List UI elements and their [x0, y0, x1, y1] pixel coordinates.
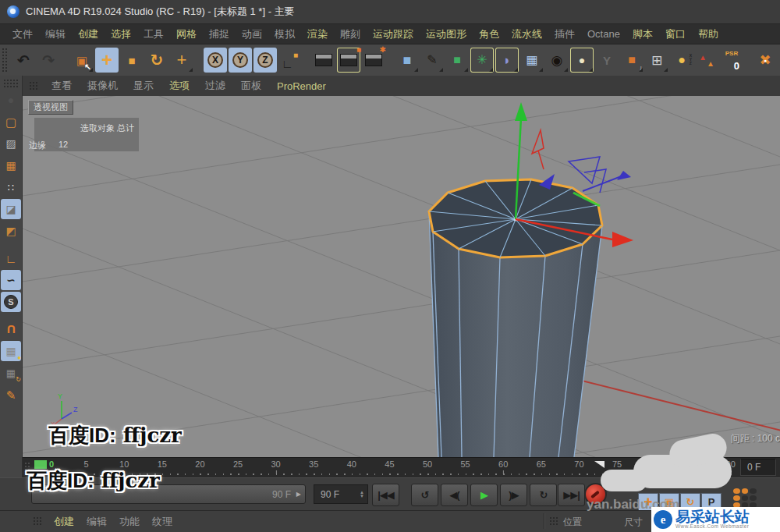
- mograph-cloner[interactable]: ✳: [470, 48, 494, 73]
- enable-axis[interactable]: ∟: [1, 248, 21, 268]
- workplane-mode[interactable]: ▦: [1, 155, 21, 176]
- edges-mode[interactable]: ◪: [1, 199, 21, 219]
- spinner-arrows-icon[interactable]: ▲▼: [360, 491, 364, 498]
- menu-help[interactable]: 帮助: [692, 27, 725, 41]
- coordinate-grip[interactable]: [549, 516, 559, 527]
- material-bar-grip[interactable]: [33, 516, 43, 527]
- menu-tools[interactable]: 工具: [137, 27, 170, 41]
- menu-animate[interactable]: 动画: [236, 27, 268, 41]
- rotate-workplane-sub-icon: ↻: [16, 377, 21, 383]
- points-mode[interactable]: ∷: [1, 177, 21, 197]
- previous-key-button[interactable]: ◀(: [441, 484, 468, 506]
- menu-create[interactable]: 创建: [48, 515, 80, 529]
- menu-character[interactable]: 角色: [473, 27, 505, 41]
- coordinate-system-icon: ∟: [282, 58, 293, 69]
- render-picture-viewer[interactable]: ■: [337, 48, 360, 73]
- goto-end-button[interactable]: ▶▶|: [558, 484, 585, 506]
- menu-pipeline[interactable]: 流水线: [505, 27, 548, 41]
- workplane-notch: [664, 68, 668, 72]
- sculpt-mode[interactable]: ●: [1, 90, 21, 110]
- render-view[interactable]: [312, 48, 335, 73]
- menu-edit[interactable]: 编辑: [80, 515, 113, 529]
- current-frame-field[interactable]: 0 F: [740, 459, 776, 476]
- undo[interactable]: ↶: [12, 48, 35, 73]
- menu-panel[interactable]: 面板: [233, 79, 269, 93]
- menu-mograph[interactable]: 运动图形: [420, 27, 473, 41]
- menu-options[interactable]: 选项: [161, 79, 197, 93]
- coordinate-system[interactable]: ∟■: [278, 48, 302, 73]
- polygons-mode[interactable]: ◩: [1, 221, 21, 241]
- pen-tool[interactable]: ✎: [1, 385, 21, 405]
- next-key-button[interactable]: )▶: [500, 484, 527, 506]
- camera-icon: ◉: [551, 54, 563, 67]
- lock-x-axis[interactable]: X: [204, 48, 227, 73]
- render-settings[interactable]: ✱: [362, 48, 385, 73]
- goto-start-button[interactable]: |◀◀: [372, 484, 399, 506]
- camera-notch: [564, 68, 568, 72]
- add-cube-object[interactable]: ■: [395, 48, 419, 73]
- move-tool[interactable]: +: [95, 48, 119, 73]
- play-backwards-button[interactable]: ↺: [411, 484, 438, 506]
- play-forwards-button[interactable]: ▶: [470, 484, 498, 506]
- lock-workplane[interactable]: ▦●: [1, 341, 21, 361]
- auto-key-triangles[interactable]: ▲▲: [695, 48, 718, 73]
- loop-button[interactable]: ↻: [530, 484, 557, 506]
- model-mode[interactable]: ▢: [1, 112, 21, 132]
- coordinate-system-sub-icon: ■: [293, 51, 298, 59]
- viewport-menu-grip[interactable]: [29, 81, 39, 91]
- menu-filter[interactable]: 过滤: [197, 79, 233, 93]
- menu-octane[interactable]: Octane: [581, 28, 626, 40]
- end-frame-spinner[interactable]: 90 F ▲▼: [314, 484, 368, 504]
- menu-prorender[interactable]: ProRender: [269, 80, 334, 92]
- menu-display[interactable]: 显示: [126, 79, 161, 93]
- menu-mesh[interactable]: 网格: [170, 27, 203, 41]
- layout-switch[interactable]: ✖●: [753, 48, 777, 73]
- menu-create[interactable]: 创建: [72, 27, 105, 41]
- workplane[interactable]: ⊞: [645, 48, 668, 73]
- last-used-tool[interactable]: +: [170, 48, 193, 73]
- menu-motion-tracker[interactable]: 运动跟踪: [367, 27, 420, 41]
- menu-texture[interactable]: 纹理: [146, 515, 179, 529]
- menu-select[interactable]: 选择: [105, 27, 137, 41]
- menu-sculpt[interactable]: 雕刻: [334, 27, 367, 41]
- magnet-tool[interactable]: U: [1, 319, 21, 339]
- menu-edit[interactable]: 编辑: [39, 27, 72, 41]
- redo[interactable]: ↷: [37, 48, 60, 73]
- menu-window[interactable]: 窗口: [659, 27, 692, 41]
- xyz-ball[interactable]: ●X Y Z: [670, 48, 693, 73]
- menu-view[interactable]: 查看: [44, 79, 80, 93]
- menu-function[interactable]: 功能: [113, 515, 146, 529]
- light[interactable]: ●: [570, 48, 594, 73]
- toolbar-group: ■✎■✳◗▦◉●Y■↓⊞●X Y Z▲▲0PSR: [395, 48, 744, 73]
- menu-snap[interactable]: 捕捉: [203, 27, 236, 41]
- menu-cameras[interactable]: 摄像机: [80, 79, 126, 93]
- toolbar-grip[interactable]: [2, 48, 7, 73]
- tweak-mode[interactable]: ∽: [1, 270, 21, 290]
- scale-tool[interactable]: ■: [120, 48, 144, 73]
- camera[interactable]: ◉: [545, 48, 569, 73]
- deformer[interactable]: ◗: [495, 48, 519, 73]
- preview-range-flag[interactable]: [594, 461, 604, 468]
- psr-record[interactable]: 0PSR: [720, 48, 743, 73]
- timeline-palette-grid-icon[interactable]: [732, 487, 758, 509]
- spline-pen[interactable]: ✎: [420, 48, 444, 73]
- lock-y-axis[interactable]: Y: [229, 48, 252, 73]
- snap-toggle[interactable]: S: [1, 292, 21, 312]
- menu-plugins[interactable]: 插件: [548, 27, 581, 41]
- menu-file[interactable]: 文件: [6, 27, 39, 41]
- baidu-id-watermark: 百度ID: ffjczr: [48, 422, 182, 449]
- rotate-tool[interactable]: ↻: [145, 48, 168, 73]
- texture-mode[interactable]: ▨: [1, 133, 21, 154]
- menu-script[interactable]: 脚本: [626, 27, 659, 41]
- subdivision-surface[interactable]: ■: [445, 48, 469, 73]
- menu-render[interactable]: 渲染: [301, 27, 334, 41]
- title-bar[interactable]: CINEMA 4D R19.024 Studio (RC - R19) - [未…: [0, 0, 780, 24]
- joint[interactable]: Y: [595, 48, 619, 73]
- rotate-workplane[interactable]: ▦↻: [1, 363, 21, 383]
- live-selection[interactable]: ▣↖: [70, 48, 94, 73]
- floor-environment[interactable]: ▦: [520, 48, 544, 73]
- volume-builder[interactable]: ■↓: [620, 48, 644, 73]
- undock-grip[interactable]: [3, 79, 19, 88]
- lock-z-axis[interactable]: Z: [254, 48, 277, 73]
- menu-simulate[interactable]: 模拟: [268, 27, 301, 41]
